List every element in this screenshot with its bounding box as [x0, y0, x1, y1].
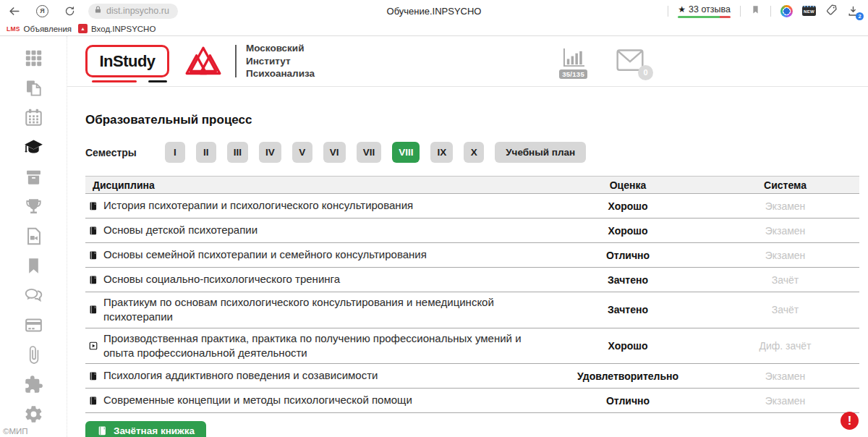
table-row[interactable]: Основы детской психотерапии Хорошо Экзам… [85, 218, 859, 243]
column-system: Система [711, 179, 859, 191]
sidebar-item-archive[interactable] [0, 162, 67, 192]
calendar-icon [24, 108, 43, 127]
card-icon [24, 315, 43, 335]
extension-browser-icon[interactable] [780, 5, 793, 17]
sidebar-item-gear[interactable] [0, 399, 67, 429]
semester-tab-IX[interactable]: IX [430, 142, 453, 163]
address-bar[interactable]: dist.inpsycho.ru [88, 4, 178, 19]
semester-tab-I[interactable]: I [165, 142, 185, 163]
semester-tab-IV[interactable]: IV [259, 142, 281, 163]
sidebar-item-puzzle[interactable] [0, 370, 67, 399]
browser-profile-icon[interactable]: Я [36, 5, 48, 17]
bookmark-label: Объявления [24, 25, 72, 33]
semester-tab-II[interactable]: II [196, 142, 216, 163]
sidebar-item-trophy[interactable] [0, 192, 67, 221]
sidebar: ©МИП [0, 36, 67, 437]
disciplines-table: Дисциплина Оценка Система История психот… [85, 176, 859, 413]
system-value: Экзамен [711, 225, 859, 237]
progress-badge: 35/135 [559, 69, 587, 79]
discipline-name: Производственная практика, практика по п… [103, 331, 539, 361]
grade-value: Хорошо [545, 340, 711, 352]
lms-icon: LMS [7, 25, 20, 33]
mip-favicon: ▲ [78, 24, 88, 33]
table-row[interactable]: Основы семейной психотерапии и семейного… [85, 243, 859, 268]
alert-notification-icon[interactable]: ! [841, 412, 859, 430]
table-header: Дисциплина Оценка Система [85, 176, 859, 194]
grade-value: Хорошо [545, 225, 711, 237]
sidebar-item-graduation-cap[interactable] [0, 132, 67, 162]
discipline-name: Психология аддиктивного поведения и соза… [103, 368, 378, 383]
discipline-name: Практикум по основам психологического ко… [103, 295, 539, 325]
system-value: Экзамен [711, 395, 859, 407]
bookmark-flag-icon[interactable] [750, 4, 761, 18]
page-title: Образовательный процесс [85, 113, 868, 127]
grade-value: Удовлетворительно [545, 370, 711, 382]
bookmark-label: Вход.INPSYCHO [91, 25, 156, 33]
play-icon [88, 341, 98, 351]
system-value: Экзамен [711, 370, 859, 382]
column-discipline: Дисциплина [85, 179, 545, 191]
sidebar-item-grid[interactable] [0, 43, 67, 73]
curriculum-plan-button[interactable]: Учебный план [495, 142, 586, 163]
sidebar-item-card[interactable] [0, 310, 67, 340]
lock-icon [93, 5, 103, 17]
back-icon[interactable] [7, 4, 21, 18]
grade-value: Отлично [545, 395, 711, 407]
column-grade: Оценка [545, 179, 711, 191]
book-icon [88, 396, 98, 406]
gradebook-button-label: Зачётная книжка [114, 425, 195, 436]
mail-count-badge: 0 [638, 65, 653, 80]
downloads-icon[interactable]: 2 [847, 5, 859, 17]
semester-tab-X[interactable]: X [464, 142, 484, 163]
system-value: Экзамен [711, 200, 859, 212]
grade-value: Зачтено [545, 274, 711, 286]
table-row[interactable]: Психология аддиктивного поведения и соза… [85, 364, 859, 389]
tab-title: Обучение.INPSYCHO [217, 6, 651, 17]
sidebar-item-paperclip[interactable] [0, 340, 67, 370]
sidebar-item-calendar[interactable] [0, 103, 67, 132]
reload-icon[interactable] [64, 5, 76, 17]
table-row[interactable]: Современные концепции и методы психологи… [85, 389, 859, 413]
semester-buttons: IIIIIIIVVVIVIIVIIIIXX [165, 142, 484, 163]
table-row[interactable]: Практикум по основам психологического ко… [85, 292, 859, 328]
divider [740, 6, 741, 17]
table-row[interactable]: Производственная практика, практика по п… [85, 328, 859, 365]
extension-new-icon[interactable]: NEW [802, 6, 816, 16]
progress-stats-button[interactable]: 35/135 [559, 47, 587, 79]
puzzle-icon [24, 375, 43, 394]
book-icon [97, 425, 108, 436]
book-icon [88, 201, 98, 211]
reviews-widget[interactable]: ★ 33 отзыва [678, 4, 731, 18]
semester-tab-VIII[interactable]: VIII [392, 142, 420, 163]
gradebook-button[interactable]: Зачётная книжка [85, 421, 206, 437]
table-row[interactable]: История психотерапии и психологического … [85, 194, 859, 218]
bookmark-item-lms[interactable]: LMS Объявления [7, 25, 72, 33]
discipline-name: Основы детской психотерапии [103, 223, 258, 237]
browser-toolbar: Я dist.inpsycho.ru Обучение.INPSYCHO ★ 3… [0, 0, 868, 22]
bookmark-item-inpsycho[interactable]: ▲ Вход.INPSYCHO [78, 24, 156, 33]
divider [235, 45, 237, 77]
gear-icon [24, 404, 43, 424]
bookmarks-bar: LMS Объявления ▲ Вход.INPSYCHO [0, 22, 868, 36]
system-value: Зачёт [711, 274, 859, 286]
bookmark-icon [24, 256, 43, 276]
main-content: InStudy Московский Институт Психоанализа… [67, 36, 868, 437]
instudy-logo[interactable]: InStudy [85, 45, 169, 77]
semester-tab-VII[interactable]: VII [357, 142, 382, 163]
system-value: Диф. зачёт [711, 340, 859, 352]
system-value: Экзамен [711, 250, 859, 261]
sidebar-item-bookmark[interactable] [0, 251, 67, 281]
tag-icon[interactable] [825, 4, 838, 19]
sidebar-item-video[interactable] [0, 221, 67, 251]
messages-button[interactable]: 0 [615, 48, 645, 75]
table-row[interactable]: Основы социально-психологического тренин… [85, 268, 859, 292]
semester-tab-V[interactable]: V [292, 142, 312, 163]
semester-tab-VI[interactable]: VI [323, 142, 346, 163]
bar-chart-icon [561, 47, 587, 68]
grade-value: Хорошо [545, 200, 711, 212]
sidebar-item-chat[interactable] [0, 281, 67, 310]
discipline-name: Основы семейной психотерапии и семейного… [103, 247, 427, 262]
semester-tab-III[interactable]: III [227, 142, 248, 163]
sidebar-item-documents[interactable] [0, 73, 67, 103]
discipline-name: Современные концепции и методы психологи… [103, 393, 412, 407]
